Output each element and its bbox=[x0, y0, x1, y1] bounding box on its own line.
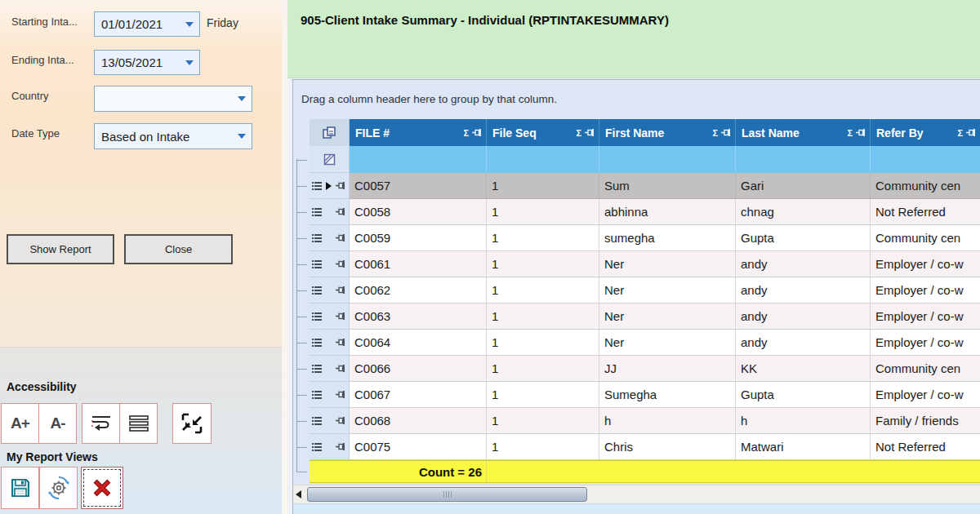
cell-file-seq[interactable]: 1 bbox=[487, 356, 599, 382]
date-type-dropdown[interactable]: Based on Intake bbox=[94, 123, 252, 149]
wrap-text-button[interactable] bbox=[82, 403, 120, 444]
cell-last-name[interactable]: andy bbox=[736, 304, 871, 330]
row-pin-icon[interactable] bbox=[336, 207, 345, 216]
cell-last-name[interactable]: Gupta bbox=[736, 225, 871, 251]
cell-file-number[interactable]: C0068 bbox=[350, 408, 487, 434]
table-row[interactable]: C0059 1 sumegha Gupta Community cen bbox=[296, 225, 980, 251]
cell-last-name[interactable]: Gari bbox=[736, 173, 871, 199]
close-button[interactable]: Close bbox=[124, 234, 233, 264]
cell-first-name[interactable]: sumegha bbox=[599, 225, 736, 251]
cell-refer-by[interactable]: Community cen bbox=[871, 356, 980, 382]
filter-cell[interactable] bbox=[599, 146, 736, 173]
table-row[interactable]: C0075 1 Chris Matwari Not Referred bbox=[296, 434, 980, 460]
cell-refer-by[interactable]: Employer / co-w bbox=[871, 304, 980, 330]
cell-last-name[interactable]: andy bbox=[736, 330, 871, 356]
collapse-panel-button[interactable] bbox=[172, 403, 212, 444]
row-indicator[interactable] bbox=[310, 173, 350, 199]
row-pin-icon[interactable] bbox=[336, 390, 345, 399]
ending-intake-date-input[interactable]: 13/05/2021 bbox=[94, 50, 200, 75]
table-row[interactable]: C0057 1 Sum Gari Community cen bbox=[296, 173, 980, 199]
cell-refer-by[interactable]: Employer / co-w bbox=[871, 251, 980, 277]
row-pin-icon[interactable] bbox=[336, 181, 345, 190]
country-dropdown[interactable] bbox=[94, 86, 252, 112]
column-pin-icon[interactable] bbox=[472, 128, 482, 137]
cell-refer-by[interactable]: Employer / co-w bbox=[871, 330, 980, 356]
cell-file-seq[interactable]: 1 bbox=[487, 173, 599, 199]
filter-cell[interactable] bbox=[871, 146, 980, 173]
cell-last-name[interactable]: h bbox=[736, 408, 871, 434]
column-header[interactable]: Refer By Σ bbox=[871, 119, 980, 146]
cell-first-name[interactable]: Sum bbox=[599, 173, 736, 199]
summary-sigma-icon[interactable]: Σ bbox=[847, 128, 853, 138]
column-header[interactable]: File Seq Σ bbox=[487, 119, 599, 146]
save-view-button[interactable] bbox=[1, 467, 39, 509]
column-header[interactable]: Last Name Σ bbox=[736, 119, 871, 146]
column-header[interactable]: FILE # Σ bbox=[350, 119, 487, 146]
filter-cell[interactable] bbox=[487, 146, 599, 173]
row-pin-icon[interactable] bbox=[336, 364, 345, 373]
summary-sigma-icon[interactable]: Σ bbox=[463, 128, 469, 138]
summary-sigma-icon[interactable]: Σ bbox=[712, 128, 718, 138]
table-row[interactable]: C0066 1 JJ KK Community cen bbox=[296, 356, 980, 382]
table-row[interactable]: C0063 1 Ner andy Employer / co-w bbox=[296, 304, 980, 330]
column-pin-icon[interactable] bbox=[966, 128, 976, 137]
delete-view-button[interactable] bbox=[81, 467, 123, 509]
cell-last-name[interactable]: KK bbox=[736, 356, 871, 382]
chevron-down-icon[interactable] bbox=[185, 60, 194, 65]
row-indicator[interactable] bbox=[310, 304, 350, 330]
cell-refer-by[interactable]: Community cen bbox=[871, 173, 980, 199]
table-row[interactable]: C0064 1 Ner andy Employer / co-w bbox=[296, 330, 980, 356]
cell-last-name[interactable]: chnag bbox=[736, 199, 871, 225]
summary-sigma-icon[interactable]: Σ bbox=[957, 128, 963, 138]
cell-file-number[interactable]: C0063 bbox=[350, 304, 487, 330]
cell-file-number[interactable]: C0057 bbox=[350, 173, 487, 199]
cell-first-name[interactable]: abhinna bbox=[599, 199, 736, 225]
cell-file-number[interactable]: C0066 bbox=[350, 356, 487, 382]
cell-file-seq[interactable]: 1 bbox=[487, 251, 599, 277]
font-increase-button[interactable]: A+ bbox=[1, 403, 39, 444]
cell-first-name[interactable]: Chris bbox=[599, 434, 736, 460]
cell-file-number[interactable]: C0075 bbox=[350, 434, 487, 460]
row-indicator[interactable] bbox=[310, 199, 350, 225]
cell-file-number[interactable]: C0058 bbox=[350, 199, 487, 225]
column-pin-icon[interactable] bbox=[721, 128, 731, 137]
cell-refer-by[interactable]: Family / friends bbox=[871, 408, 980, 434]
cell-last-name[interactable]: andy bbox=[736, 251, 871, 277]
cell-refer-by[interactable]: Not Referred bbox=[871, 199, 980, 225]
cell-first-name[interactable]: Ner bbox=[599, 277, 736, 304]
row-indicator[interactable] bbox=[310, 330, 350, 356]
row-indicator[interactable] bbox=[310, 277, 350, 304]
cell-last-name[interactable]: Gupta bbox=[736, 382, 871, 408]
font-decrease-button[interactable]: A- bbox=[38, 403, 77, 444]
cell-file-number[interactable]: C0067 bbox=[350, 382, 487, 408]
cell-file-number[interactable]: C0061 bbox=[350, 251, 487, 277]
chevron-down-icon[interactable] bbox=[238, 134, 246, 139]
cell-refer-by[interactable]: Employer / co-w bbox=[871, 382, 980, 408]
table-row[interactable]: C0068 1 h h Family / friends bbox=[296, 408, 980, 434]
cell-first-name[interactable]: Sumegha bbox=[599, 382, 736, 408]
scrollbar-thumb[interactable] bbox=[307, 487, 587, 502]
cell-file-seq[interactable]: 1 bbox=[487, 434, 599, 460]
row-pin-icon[interactable] bbox=[336, 259, 345, 268]
table-row[interactable]: C0061 1 Ner andy Employer / co-w bbox=[296, 251, 980, 277]
cell-first-name[interactable]: h bbox=[599, 408, 736, 434]
table-row[interactable]: C0058 1 abhinna chnag Not Referred bbox=[296, 199, 980, 225]
row-indicator[interactable] bbox=[310, 408, 350, 434]
cell-file-number[interactable]: C0059 bbox=[350, 225, 487, 251]
column-header[interactable]: First Name Σ bbox=[599, 119, 736, 146]
row-indicator[interactable] bbox=[310, 434, 350, 460]
row-pin-icon[interactable] bbox=[336, 338, 345, 347]
cell-file-seq[interactable]: 1 bbox=[487, 225, 599, 251]
table-row[interactable]: C0062 1 Ner andy Employer / co-w bbox=[296, 277, 980, 304]
cell-file-seq[interactable]: 1 bbox=[487, 277, 599, 304]
column-pin-icon[interactable] bbox=[856, 128, 866, 137]
cell-first-name[interactable]: Ner bbox=[599, 330, 736, 356]
filter-cell[interactable] bbox=[350, 146, 487, 173]
group-by-drop-zone[interactable]: Drag a column header here to group by th… bbox=[293, 80, 980, 117]
row-indicator[interactable] bbox=[310, 382, 350, 408]
row-pin-icon[interactable] bbox=[336, 442, 345, 451]
cell-refer-by[interactable]: Not Referred bbox=[871, 434, 980, 460]
row-pin-icon[interactable] bbox=[336, 233, 345, 242]
cell-file-number[interactable]: C0062 bbox=[350, 277, 487, 304]
cell-first-name[interactable]: Ner bbox=[599, 304, 736, 330]
